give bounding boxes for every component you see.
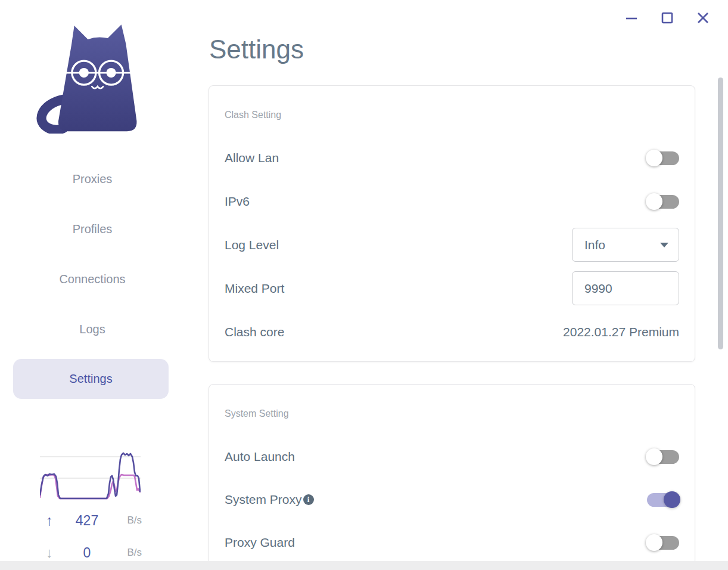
upload-unit: B/s [111,515,142,526]
clash-setting-card: Clash Setting Allow Lan IPv6 Log Level I… [209,85,695,362]
section-label: Clash Setting [225,86,679,120]
row-label-text: System Proxy [225,492,302,507]
clash-core-version: 2022.01.27 Premium [563,325,679,339]
close-icon [696,11,710,25]
minimize-icon [624,11,639,25]
setting-row-allow-lan: Allow Lan [225,136,679,179]
row-label: System Proxy i [225,492,314,507]
toggle-thumb [646,448,662,465]
setting-row-ipv6: IPv6 [225,179,679,223]
sidebar-item-settings[interactable]: Settings [13,359,169,399]
window-bottom-edge [0,561,728,570]
clash-cat-logo [23,14,142,134]
sidebar: Proxies Profiles Connections Logs Settin… [0,0,185,570]
upload-arrow-icon: ↑ [36,512,63,529]
download-value: 0 [63,545,111,561]
log-level-selected-value: Info [584,238,605,252]
maximize-icon [660,11,674,25]
allow-lan-toggle[interactable] [647,149,679,167]
upload-speed: ↑ 427 B/s [36,512,142,529]
sidebar-item-profiles[interactable]: Profiles [0,219,185,239]
scrollbar-thumb[interactable] [718,78,723,349]
mixed-port-input[interactable] [572,271,679,305]
setting-row-auto-launch: Auto Launch [225,435,679,478]
close-button[interactable] [695,10,711,26]
row-label: Log Level [225,238,279,252]
row-label: Proxy Guard [225,535,295,550]
page-title: Settings [209,35,304,64]
row-label: Mixed Port [225,281,284,296]
row-label: IPv6 [225,194,250,209]
row-label: Auto Launch [225,450,295,464]
system-setting-card: System Setting Auto Launch System Proxy … [209,384,695,570]
download-arrow-icon: ↓ [36,544,63,561]
log-level-select[interactable]: Info [572,228,679,262]
toggle-thumb [664,491,680,508]
sidebar-item-logs[interactable]: Logs [0,319,185,339]
toggle-thumb [646,193,662,210]
setting-row-log-level: Log Level Info [225,223,679,267]
section-label: System Setting [225,385,679,419]
download-unit: B/s [111,547,142,559]
row-label: Allow Lan [225,151,279,165]
chevron-down-icon [660,243,668,247]
auto-launch-toggle[interactable] [647,448,679,466]
sidebar-item-connections[interactable]: Connections [0,269,185,289]
toggle-thumb [646,150,662,166]
window-controls [624,10,711,26]
setting-row-proxy-guard: Proxy Guard [225,521,679,564]
ipv6-toggle[interactable] [647,193,679,210]
download-speed: ↓ 0 B/s [36,544,142,562]
info-icon[interactable]: i [303,494,314,505]
system-proxy-toggle[interactable] [647,491,679,509]
proxy-guard-toggle[interactable] [647,534,679,552]
setting-row-mixed-port: Mixed Port [225,267,679,310]
traffic-graph [40,448,141,501]
setting-row-system-proxy: System Proxy i [225,478,679,521]
toggle-thumb [646,534,662,551]
maximize-button[interactable] [659,10,675,26]
row-label: Clash core [225,325,284,339]
minimize-button[interactable] [624,10,639,26]
sidebar-item-proxies[interactable]: Proxies [0,169,185,189]
upload-value: 427 [63,513,111,529]
setting-row-clash-core: Clash core 2022.01.27 Premium [225,310,679,354]
